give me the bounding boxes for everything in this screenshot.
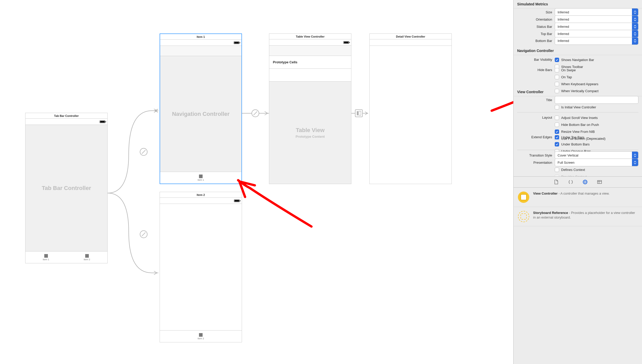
- scene-item-2[interactable]: Item 2 Item 2: [160, 192, 242, 342]
- checkbox-label: On Swipe: [561, 68, 576, 72]
- label-top-bar: Top Bar: [514, 32, 555, 36]
- checkbox-defines-context[interactable]: Defines Context: [555, 168, 585, 172]
- library-tab-bar: [514, 176, 642, 188]
- placeholder-label: Table View: [296, 127, 325, 134]
- section-header-nav-controller: Navigation Controller: [514, 47, 642, 55]
- tabbar-item[interactable]: Item 2: [160, 331, 242, 342]
- checkbox-on-tap[interactable]: On Tap: [555, 75, 572, 79]
- tabbar-item-1[interactable]: Item 1: [25, 252, 66, 263]
- tabbar-item[interactable]: Item 1: [160, 172, 241, 184]
- library-tab-media[interactable]: [596, 179, 603, 185]
- sr-icon: [518, 211, 529, 222]
- select-presentation[interactable]: Full Screen: [555, 159, 638, 166]
- stepper-icon: [632, 8, 638, 16]
- scene-title: Detail View Controller: [370, 34, 452, 39]
- row-context: Defines Context Provides Context: [514, 166, 642, 176]
- inspector-panel: Simulated Metrics Size Inferred Orientat…: [513, 0, 642, 364]
- tabbar-item-label: Item 2: [197, 337, 204, 340]
- library-item-icon: [518, 191, 530, 203]
- row-presentation: Presentation Full Screen: [514, 159, 642, 166]
- scene-title: Item 1: [160, 34, 241, 40]
- row-status-bar: Status Bar Inferred: [514, 23, 642, 30]
- battery-icon: [343, 41, 349, 44]
- library-tab-objects[interactable]: [582, 179, 588, 185]
- scene-body: [370, 46, 452, 184]
- square-icon: [199, 333, 203, 337]
- tab-bar: Item 1 Item 2: [25, 251, 107, 263]
- svg-line-3: [142, 232, 145, 236]
- svg-line-6: [254, 111, 257, 115]
- checkbox-on-swipe[interactable]: On Swipe: [555, 68, 576, 72]
- select-bottom-bar[interactable]: Inferred: [555, 37, 638, 45]
- label-bar-visibility: Bar Visibility: [514, 57, 555, 62]
- input-vc-title[interactable]: [555, 96, 638, 104]
- library-items-list: View Controller - A controller that mana…: [514, 188, 642, 364]
- library-item-icon: [518, 211, 530, 222]
- tabbar-item-2[interactable]: Item 2: [66, 252, 107, 263]
- checkbox-icon: [555, 129, 559, 134]
- select-size[interactable]: Inferred: [555, 8, 638, 16]
- checkbox-hide-bottom[interactable]: Hide Bottom Bar on Push: [555, 123, 599, 127]
- row-is-initial: Is Initial View Controller: [514, 103, 642, 111]
- scene-table-view-controller[interactable]: Table View Controller Prototype Cells Ta…: [269, 33, 351, 184]
- checkbox-label: Shows Navigation Bar: [561, 58, 594, 62]
- row-orientation: Orientation Inferred: [514, 16, 642, 23]
- divider: [517, 112, 638, 112]
- row-top-bar: Top Bar Inferred: [514, 30, 642, 37]
- svg-point-5: [252, 110, 259, 117]
- tab-bar: Item 1: [160, 172, 241, 184]
- checkbox-resize-nib[interactable]: Resize View From NIB: [555, 129, 595, 134]
- scene-title: Table View Controller: [269, 34, 351, 39]
- checkbox-label: Under Bottom Bars: [561, 142, 590, 146]
- select-value: Inferred: [558, 32, 569, 36]
- checkbox-when-keyboard[interactable]: When Keyboard Appears: [555, 82, 598, 86]
- prototype-cell[interactable]: [269, 69, 351, 82]
- checkbox-provides-context[interactable]: Provides Context: [555, 175, 587, 176]
- label-bottom-bar: Bottom Bar: [514, 39, 555, 43]
- svg-rect-8: [355, 110, 362, 117]
- stepper-icon: [632, 30, 638, 37]
- select-status-bar[interactable]: Inferred: [555, 23, 638, 30]
- library-item-view-controller[interactable]: View Controller - A controller that mana…: [514, 188, 642, 207]
- checkbox-under-bottom[interactable]: Under Bottom Bars: [555, 142, 590, 146]
- label-orientation: Orientation: [514, 18, 555, 21]
- checkbox-adjust-insets[interactable]: Adjust Scroll View Insets: [555, 116, 598, 120]
- library-tab-file[interactable]: [553, 179, 560, 185]
- label-vc-title: Title: [514, 98, 555, 102]
- scene-body: Table View Prototype Content: [269, 82, 351, 184]
- scene-navigation-controller[interactable]: Item 1 Navigation Controller Item 1: [160, 33, 242, 184]
- scene-body: [160, 204, 242, 330]
- checkbox-icon: [555, 116, 559, 120]
- checkbox-is-initial[interactable]: Is Initial View Controller: [555, 105, 596, 109]
- select-top-bar[interactable]: Inferred: [555, 30, 638, 38]
- select-value: Inferred: [558, 10, 569, 14]
- section-header-simulated-metrics: Simulated Metrics: [514, 0, 642, 8]
- svg-rect-10: [359, 111, 361, 115]
- battery-icon: [100, 120, 105, 123]
- select-orientation[interactable]: Inferred: [555, 15, 638, 23]
- battery-icon: [234, 200, 240, 202]
- scene-tabbar-controller[interactable]: Tab Bar Controller Tab Bar Controller It…: [25, 113, 108, 263]
- library-tab-code[interactable]: [567, 179, 574, 185]
- checkbox-label: Is Initial View Controller: [561, 105, 596, 109]
- status-bar: [160, 198, 242, 204]
- checkbox-under-top[interactable]: Under Top Bars: [555, 135, 584, 140]
- label-presentation: Presentation: [514, 161, 555, 164]
- label-layout: Layout: [514, 115, 555, 119]
- checkbox-icon: [555, 135, 559, 140]
- scene-title: Item 2: [160, 192, 242, 198]
- select-value: Cover Vertical: [558, 153, 578, 157]
- row-size: Size Inferred: [514, 8, 642, 16]
- svg-point-2: [140, 231, 147, 238]
- select-transition-style[interactable]: Cover Vertical: [555, 151, 638, 159]
- scene-detail-view-controller[interactable]: Detail View Controller: [369, 33, 452, 184]
- row-vc-title: Title: [514, 96, 642, 103]
- storyboard-canvas[interactable]: Tab Bar Controller Tab Bar Controller It…: [0, 0, 494, 364]
- status-bar: [25, 119, 107, 125]
- row-hide-bars: Hide Bars On Swipe On Tap When Keyboard …: [514, 66, 642, 86]
- checkbox-shows-nav-bar[interactable]: Shows Navigation Bar: [555, 58, 594, 62]
- library-item-storyboard-reference[interactable]: Storyboard Reference - Provides a placeh…: [514, 207, 642, 226]
- row-extend-edges: Extend Edges Under Top Bars Under Bottom…: [514, 134, 642, 149]
- row-bar-visibility: Bar Visibility Shows Navigation Bar Show…: [514, 55, 642, 66]
- checkbox-label: Provides Context: [561, 175, 587, 176]
